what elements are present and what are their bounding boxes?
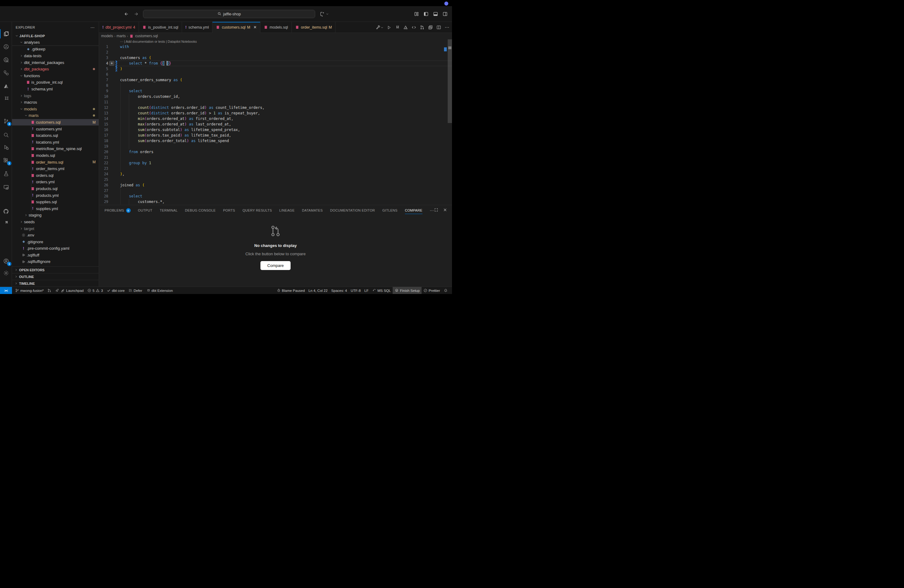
statusbar-problems[interactable]: 53 — [85, 287, 105, 294]
statusbar-git-graph[interactable] — [46, 287, 53, 294]
sidebar-more-actions-icon[interactable]: ⋯ — [90, 25, 95, 30]
tree-item-marts[interactable]: marts — [12, 112, 99, 119]
activitybar-source-control[interactable]: 4 — [0, 115, 12, 127]
sidebar-section-outline[interactable]: OUTLINE — [12, 273, 99, 280]
breadcrumb[interactable]: models›marts›customers.sql — [99, 33, 452, 39]
tree-item-JAFFLE-SHOP[interactable]: JAFFLE-SHOP — [12, 33, 99, 40]
tree-item-dbt_packages[interactable]: dbt_packages — [12, 66, 99, 73]
tab-is_positive_int.sql[interactable]: is_positive_int.sql — [139, 22, 182, 33]
breadcrumb-item[interactable]: models — [101, 34, 113, 38]
panel-tab-terminal[interactable]: TERMINAL — [160, 205, 178, 216]
tree-item-orders.sql[interactable]: orders.sql — [12, 172, 99, 179]
tree-item-.sqlfluffignore[interactable]: .sqlfluffignore — [12, 258, 99, 265]
tree-item-analyses[interactable]: analyses — [12, 40, 99, 46]
statusbar-prettier[interactable]: Prettier — [422, 287, 442, 294]
tree-item-metricflow_time_spine.sql[interactable]: metricflow_time_spine.sql — [12, 145, 99, 152]
panel-tab-lineage[interactable]: LINEAGE — [279, 205, 295, 216]
panel-maximize-icon[interactable] — [434, 207, 438, 213]
activitybar-query-lineage[interactable] — [0, 54, 12, 65]
tree-item-.env[interactable]: .env — [12, 232, 99, 239]
tree-item-products.yml[interactable]: !products.yml — [12, 192, 99, 199]
tree-item-orders.yml[interactable]: !orders.yml — [12, 179, 99, 185]
panel-tab-documentation-editor[interactable]: DOCUMENTATION EDITOR — [330, 205, 375, 216]
compare-button[interactable]: Compare — [261, 261, 290, 270]
panel-tab-datamates[interactable]: DATAMATES — [302, 205, 322, 216]
activitybar-datapilot[interactable] — [0, 81, 12, 92]
tree-item-order_items.sql[interactable]: order_items.sqlM — [12, 159, 99, 166]
sidebar-section-open-editors[interactable]: OPEN EDITORS — [12, 266, 99, 273]
panel-more-tabs-icon[interactable]: ⋯ — [430, 208, 435, 213]
code-editor[interactable]: ⋯ | Add documentation or tests | Datapil… — [99, 39, 452, 205]
tree-item-models[interactable]: models — [12, 106, 99, 112]
statusbar-language-mode[interactable]: MS SQL — [370, 287, 393, 294]
tree-item-dbt_internal_packages[interactable]: dbt_internal_packages — [12, 59, 99, 66]
tree-item-.sqlfluff[interactable]: .sqlfluff — [12, 252, 99, 259]
remote-indicator[interactable]: >< — [0, 287, 12, 294]
tab-models.sql[interactable]: models.sql — [261, 22, 292, 33]
panel-tab-ports[interactable]: PORTS — [223, 205, 235, 216]
statusbar-cursor-position[interactable]: Ln 4, Col 22 — [307, 287, 329, 294]
activitybar-settings[interactable] — [0, 267, 12, 279]
codelens-actions[interactable]: ⋯ | Add documentation or tests | Datapil… — [99, 39, 452, 44]
tree-item-.pre-commit-config.yaml[interactable]: !.pre-commit-config.yaml — [12, 245, 99, 252]
tree-item-locations.yml[interactable]: !locations.yml — [12, 139, 99, 146]
breadcrumb-item[interactable]: marts — [117, 34, 126, 38]
sidebar-section-timeline[interactable]: TIMELINE — [12, 280, 99, 287]
activitybar-accounts[interactable]: 1 — [0, 256, 12, 267]
open-notebook[interactable] — [428, 25, 433, 30]
statusbar-indentation[interactable]: Spaces: 4 — [329, 287, 349, 294]
add-line-action-icon[interactable]: + — [109, 61, 114, 66]
compiled-code[interactable] — [411, 25, 416, 30]
close-tab-icon[interactable]: ✕ — [253, 25, 257, 30]
activitybar-flow[interactable] — [0, 67, 12, 78]
statusbar-dbt-extension[interactable]: dbt Extension — [144, 287, 175, 294]
statusbar-eol[interactable]: LF — [362, 287, 370, 294]
editor-scrollbar[interactable] — [448, 40, 452, 123]
tree-item-seeds[interactable]: seeds — [12, 219, 99, 225]
statusbar-notifications[interactable] — [442, 287, 450, 294]
toggle-panel-icon[interactable] — [433, 11, 438, 17]
breadcrumb-file[interactable]: customers.sql — [135, 34, 158, 38]
tree-item-schema.yml[interactable]: !schema.yml — [12, 86, 99, 93]
panel-tab-problems[interactable]: PROBLEMS8 — [104, 205, 131, 216]
tree-item-models.sql[interactable]: models.sql — [12, 152, 99, 159]
tree-item-.gitignore[interactable]: .gitignore — [12, 238, 99, 245]
toggle-secondary-sidebar-icon[interactable] — [443, 11, 448, 17]
command-center-search[interactable]: jaffle-shop — [143, 10, 315, 18]
activitybar-github[interactable] — [0, 206, 12, 217]
statusbar-launchpad[interactable]: Launchpad — [53, 287, 85, 294]
forward-arrow-icon[interactable] — [134, 12, 138, 16]
tab-schema.yml[interactable]: !schema.yml — [182, 22, 213, 33]
statusbar-encoding[interactable]: UTF-8 — [349, 287, 363, 294]
build-hammer[interactable] — [376, 25, 383, 30]
panel-tab-query-results[interactable]: QUERY RESULTS — [243, 205, 272, 216]
tree-item-customers.yml[interactable]: !customers.yml — [12, 125, 99, 132]
tree-item-.gitkeep[interactable]: .gitkeep — [12, 46, 99, 52]
panel-tab-gitlens[interactable]: GITLENS — [382, 205, 398, 216]
activitybar-lineage[interactable] — [0, 41, 12, 52]
tree-item-supplies.sql[interactable]: supplies.sql — [12, 199, 99, 205]
panel-tab-debug-console[interactable]: DEBUG CONSOLE — [185, 205, 216, 216]
tree-item-products.sql[interactable]: products.sql — [12, 185, 99, 192]
activitybar-search[interactable] — [0, 130, 12, 141]
activitybar-dbt[interactable] — [0, 93, 12, 104]
toggle-sidebar-icon[interactable] — [424, 11, 428, 17]
statusbar-finish-setup[interactable]: Finish Setup — [393, 287, 422, 294]
statusbar-defer[interactable]: Defer — [126, 287, 144, 294]
tree-item-supplies.yml[interactable]: !supplies.yml — [12, 205, 99, 212]
statusbar-blame[interactable]: Blame Paused — [275, 287, 307, 294]
dbt-action[interactable] — [395, 25, 400, 30]
git-compare-action[interactable] — [420, 25, 425, 30]
activitybar-testing[interactable] — [0, 168, 12, 179]
tree-item-logs[interactable]: logs — [12, 92, 99, 99]
panel-tab-compare[interactable]: COMPARE — [405, 205, 422, 216]
activitybar-run-and-debug[interactable] — [0, 142, 12, 153]
tree-item-macros[interactable]: macros — [12, 99, 99, 106]
statusbar-dbt-core[interactable]: dbt core — [105, 287, 127, 294]
run[interactable] — [387, 25, 392, 30]
more-actions[interactable]: ⋯ — [445, 26, 450, 29]
copilot-share-button[interactable] — [320, 10, 329, 18]
split-editor[interactable] — [436, 25, 441, 30]
tab-order_items.sql[interactable]: order_items.sqlM — [292, 22, 336, 33]
activitybar-explorer[interactable] — [0, 28, 12, 40]
